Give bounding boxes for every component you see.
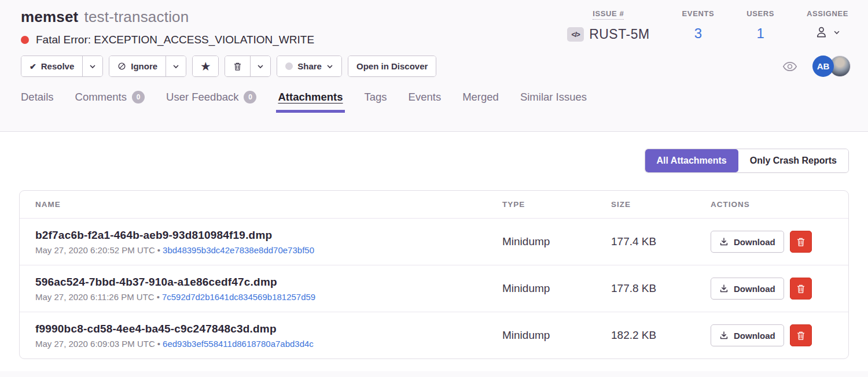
attachment-date: May 27, 2020 6:20:52 PM UTC xyxy=(35,245,155,255)
code-icon: </> xyxy=(567,27,584,42)
tab-similar-issues[interactable]: Similar Issues xyxy=(520,85,587,112)
download-button-label: Download xyxy=(734,284,775,294)
issue-stats: Issue # </> RUST-5M Events 3 Users 1 Ass… xyxy=(551,8,851,46)
viewers-indicator xyxy=(782,61,797,72)
column-header-actions: Actions xyxy=(695,200,848,209)
trash-icon xyxy=(796,331,806,341)
error-summary: Fatal Error: EXCEPTION_ACCESS_VIOLATION_… xyxy=(21,34,314,46)
tab-label: Tags xyxy=(365,91,387,104)
resolve-button-group: ✔ Resolve xyxy=(21,56,103,77)
attachment-size: 177.8 KB xyxy=(595,282,695,295)
issue-tab-bar: Details Comments0 User Feedback0 Attachm… xyxy=(0,85,868,112)
assignee-label: Assignee xyxy=(807,9,848,18)
attachment-actions: Download xyxy=(695,324,848,346)
eye-icon xyxy=(782,61,797,72)
avatar[interactable]: AB xyxy=(812,56,834,77)
stat-events: Events 3 xyxy=(666,8,731,46)
tab-label: Events xyxy=(409,91,442,104)
attachment-date: May 27, 2020 6:09:03 PM UTC xyxy=(35,339,155,349)
page-bottom-strip xyxy=(0,371,868,377)
tab-count-badge: 0 xyxy=(244,91,256,104)
table-row: 596ac524-7bbd-4b37-910a-a1e86cedf47c.dmp… xyxy=(20,265,848,312)
download-button[interactable]: Download xyxy=(711,278,784,300)
stat-issue-number: Issue # </> RUST-5M xyxy=(551,8,665,46)
download-button[interactable]: Download xyxy=(711,231,784,253)
ignore-dropdown-button[interactable] xyxy=(165,56,186,76)
attachment-size: 182.2 KB xyxy=(595,329,695,342)
table-row: f9990bc8-cd58-4ee4-ba45-c9c247848c3d.dmp… xyxy=(20,312,848,358)
events-count[interactable]: 3 xyxy=(682,25,715,42)
tab-merged[interactable]: Merged xyxy=(462,85,499,112)
trash-icon xyxy=(796,237,806,247)
resolve-dropdown-button[interactable] xyxy=(82,56,102,76)
download-icon xyxy=(719,284,729,293)
tab-details[interactable]: Details xyxy=(21,85,54,112)
filter-all-attachments-button[interactable]: All Attachments xyxy=(645,149,738,172)
attachment-meta: May 27, 2020 6:20:52 PM UTC•3bd48395b3dc… xyxy=(35,245,487,255)
attachment-type: Minidump xyxy=(487,329,595,342)
chevron-down-icon xyxy=(257,63,264,70)
filter-only-crash-reports-button[interactable]: Only Crash Reports xyxy=(738,149,848,172)
tab-events[interactable]: Events xyxy=(409,85,442,112)
tab-comments[interactable]: Comments0 xyxy=(75,85,145,112)
ignore-button[interactable]: Ignore xyxy=(109,56,165,76)
issue-number-label: Issue # xyxy=(593,9,624,20)
event-id-link[interactable]: 3bd48395b3dc42e7838e8dd70e73bf50 xyxy=(163,245,314,255)
issue-number-value[interactable]: </> RUST-5M xyxy=(567,27,649,42)
event-id-link[interactable]: 7c592d7d2b1641dc834569b181257d59 xyxy=(162,292,315,302)
issue-title-block: memsettest-transaction Fatal Error: EXCE… xyxy=(21,8,314,46)
ignore-button-group: Ignore xyxy=(109,56,186,77)
project-name: memset xyxy=(21,8,78,25)
tab-label: Similar Issues xyxy=(520,91,587,104)
table-row: b2f7ac6b-f2a1-464b-aeb9-93d810984f19.dmp… xyxy=(20,218,848,265)
issue-header-band: memsettest-transaction Fatal Error: EXCE… xyxy=(0,0,868,132)
attachment-filename: f9990bc8-cd58-4ee4-ba45-c9c247848c3d.dmp xyxy=(35,323,487,335)
ignore-button-label: Ignore xyxy=(131,61,157,71)
download-button[interactable]: Download xyxy=(711,324,784,346)
attachment-date: May 27, 2020 6:11:26 PM UTC xyxy=(35,292,155,302)
delete-button[interactable] xyxy=(225,56,250,76)
attachment-actions: Download xyxy=(695,278,848,300)
resolve-button[interactable]: ✔ Resolve xyxy=(21,56,82,76)
attachments-table: Name Type Size Actions b2f7ac6b-f2a1-464… xyxy=(19,190,849,359)
delete-attachment-button[interactable] xyxy=(790,278,812,300)
bookmark-star-button[interactable]: ★ xyxy=(193,56,218,76)
share-button-label: Share xyxy=(297,61,322,71)
attachment-type: Minidump xyxy=(487,282,595,295)
delete-attachment-button[interactable] xyxy=(790,231,812,253)
delete-button-group xyxy=(225,56,271,77)
delete-dropdown-button[interactable] xyxy=(250,56,270,76)
attachment-size: 177.4 KB xyxy=(595,235,695,248)
events-label: Events xyxy=(682,9,715,18)
users-label: Users xyxy=(746,9,774,18)
mute-icon xyxy=(117,62,126,71)
attachment-name-cell: f9990bc8-cd58-4ee4-ba45-c9c247848c3d.dmp… xyxy=(20,323,487,349)
tab-tags[interactable]: Tags xyxy=(365,85,387,112)
download-icon xyxy=(719,237,729,246)
chevron-down-icon xyxy=(326,63,333,70)
download-button-label: Download xyxy=(734,237,775,247)
attachment-filename: b2f7ac6b-f2a1-464b-aeb9-93d810984f19.dmp xyxy=(35,229,487,242)
action-toolbar: ✔ Resolve Ignore ★ xyxy=(0,56,868,77)
open-in-discover-button[interactable]: Open in Discover xyxy=(348,56,436,76)
stat-users: Users 1 xyxy=(730,8,790,46)
assignee-selector[interactable] xyxy=(807,25,848,39)
chevron-down-icon xyxy=(89,63,96,70)
event-id-link[interactable]: 6ed93b3ef558411d8618780a7abd3d4c xyxy=(163,339,314,349)
share-button[interactable]: Share xyxy=(277,56,341,76)
tab-label: Comments xyxy=(75,91,127,104)
delete-attachment-button[interactable] xyxy=(790,324,812,346)
attachment-name-cell: 596ac524-7bbd-4b37-910a-a1e86cedf47c.dmp… xyxy=(20,276,487,302)
tab-label: Details xyxy=(21,91,54,104)
users-count[interactable]: 1 xyxy=(746,25,774,42)
table-header-row: Name Type Size Actions xyxy=(20,191,848,218)
page-title: memsettest-transaction xyxy=(21,8,314,26)
error-level-dot-icon xyxy=(21,36,29,44)
attachment-filename: 596ac524-7bbd-4b37-910a-a1e86cedf47c.dmp xyxy=(35,276,487,289)
check-icon: ✔ xyxy=(30,62,36,71)
tab-user-feedback[interactable]: User Feedback0 xyxy=(166,85,256,112)
share-button-group: Share xyxy=(277,56,342,77)
attachments-panel: All Attachments Only Crash Reports Name … xyxy=(0,149,868,359)
tab-label: Merged xyxy=(462,91,499,104)
tab-attachments[interactable]: Attachments xyxy=(278,85,343,112)
